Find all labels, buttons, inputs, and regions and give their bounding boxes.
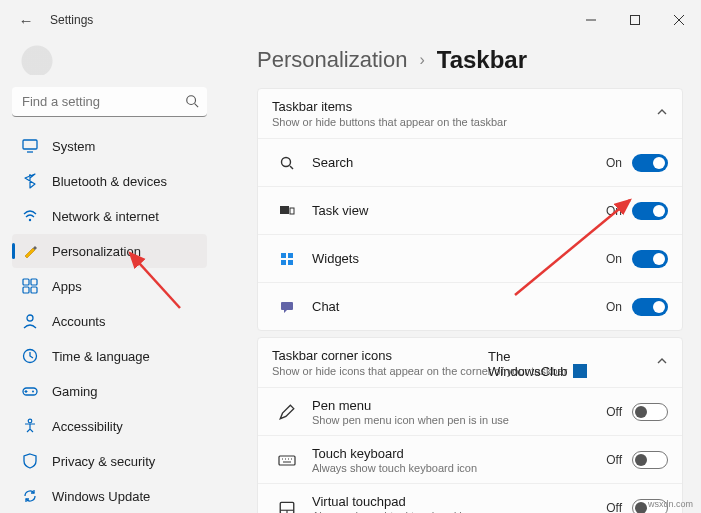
svg-rect-23 [288, 253, 293, 258]
toggle-taskview[interactable] [632, 202, 668, 220]
page-title: Taskbar [437, 46, 527, 74]
clock-icon [22, 348, 38, 364]
chat-icon [272, 299, 302, 315]
svg-line-5 [195, 104, 199, 108]
sidebar: System Bluetooth & devices Network & int… [0, 40, 215, 513]
row-chat: Chat On [258, 282, 682, 330]
content-area: Personalization › Taskbar Taskbar items … [215, 40, 701, 513]
nav-system[interactable]: System [12, 129, 207, 163]
update-icon [22, 488, 38, 504]
nav-bluetooth[interactable]: Bluetooth & devices [12, 164, 207, 198]
row-touch-keyboard: Touch keyboardAlways show touch keyboard… [258, 435, 682, 483]
svg-rect-24 [281, 260, 286, 265]
search-icon [185, 94, 199, 111]
svg-rect-10 [31, 279, 37, 285]
toggle-touch-keyboard[interactable] [632, 451, 668, 469]
pen-icon [272, 403, 302, 421]
panel-head-items[interactable]: Taskbar items Show or hide buttons that … [258, 89, 682, 138]
toggle-pen[interactable] [632, 403, 668, 421]
svg-point-4 [187, 96, 196, 105]
svg-rect-6 [23, 140, 37, 149]
svg-rect-12 [31, 287, 37, 293]
svg-rect-9 [23, 279, 29, 285]
nav-privacy[interactable]: Privacy & security [12, 444, 207, 478]
chevron-up-icon [656, 355, 668, 370]
svg-line-19 [290, 166, 293, 169]
chevron-right-icon: › [419, 51, 424, 69]
nav-apps[interactable]: Apps [12, 269, 207, 303]
nav-network[interactable]: Network & internet [12, 199, 207, 233]
svg-point-17 [28, 419, 32, 423]
shield-icon [22, 453, 38, 469]
row-widgets: Widgets On [258, 234, 682, 282]
taskview-icon [272, 203, 302, 219]
row-search: Search On [258, 138, 682, 186]
nav-accounts[interactable]: Accounts [12, 304, 207, 338]
gamepad-icon [22, 383, 38, 399]
search-icon [272, 155, 302, 171]
source-mark: wsxdn.com [648, 499, 693, 509]
wifi-icon [22, 208, 38, 224]
widgets-icon [272, 251, 302, 267]
keyboard-icon [272, 451, 302, 469]
panel-corner-icons: Taskbar corner icons Show or hide icons … [257, 337, 683, 513]
svg-rect-26 [279, 456, 295, 465]
chevron-up-icon [656, 106, 668, 121]
person-icon [22, 313, 38, 329]
back-button[interactable]: ← [12, 12, 40, 29]
minimize-button[interactable] [569, 4, 613, 36]
toggle-widgets[interactable] [632, 250, 668, 268]
panel-head-corner[interactable]: Taskbar corner icons Show or hide icons … [258, 338, 682, 387]
toggle-search[interactable] [632, 154, 668, 172]
svg-rect-22 [281, 253, 286, 258]
svg-rect-20 [280, 206, 289, 214]
panel-taskbar-items: Taskbar items Show or hide buttons that … [257, 88, 683, 331]
nav-time[interactable]: Time & language [12, 339, 207, 373]
breadcrumb: Personalization › Taskbar [257, 46, 683, 74]
maximize-button[interactable] [613, 4, 657, 36]
nav-update[interactable]: Windows Update [12, 479, 207, 513]
nav-personalization[interactable]: Personalization [12, 234, 207, 268]
bluetooth-icon [22, 173, 38, 189]
nav-gaming[interactable]: Gaming [12, 374, 207, 408]
row-virtual-touchpad: Virtual touchpadAlways show virtual touc… [258, 483, 682, 513]
touchpad-icon [272, 499, 302, 514]
accessibility-icon [22, 418, 38, 434]
svg-rect-1 [631, 16, 640, 25]
apps-icon [22, 278, 38, 294]
svg-point-8 [29, 219, 31, 221]
paint-icon [22, 243, 38, 259]
svg-rect-11 [23, 287, 29, 293]
account-area[interactable] [12, 40, 207, 75]
row-taskview: Task view On [258, 186, 682, 234]
breadcrumb-parent[interactable]: Personalization [257, 47, 407, 73]
nav-list: System Bluetooth & devices Network & int… [12, 129, 207, 513]
search-input[interactable] [12, 87, 207, 117]
nav-accessibility[interactable]: Accessibility [12, 409, 207, 443]
row-pen: Pen menuShow pen menu icon when pen is i… [258, 387, 682, 435]
svg-rect-21 [290, 208, 294, 214]
svg-point-13 [27, 315, 33, 321]
svg-rect-25 [288, 260, 293, 265]
window-title: Settings [50, 13, 93, 27]
toggle-chat[interactable] [632, 298, 668, 316]
titlebar: ← Settings [0, 0, 701, 40]
system-icon [22, 138, 38, 154]
close-button[interactable] [657, 4, 701, 36]
svg-point-16 [32, 391, 34, 393]
search-box [12, 87, 207, 117]
svg-point-18 [282, 157, 291, 166]
